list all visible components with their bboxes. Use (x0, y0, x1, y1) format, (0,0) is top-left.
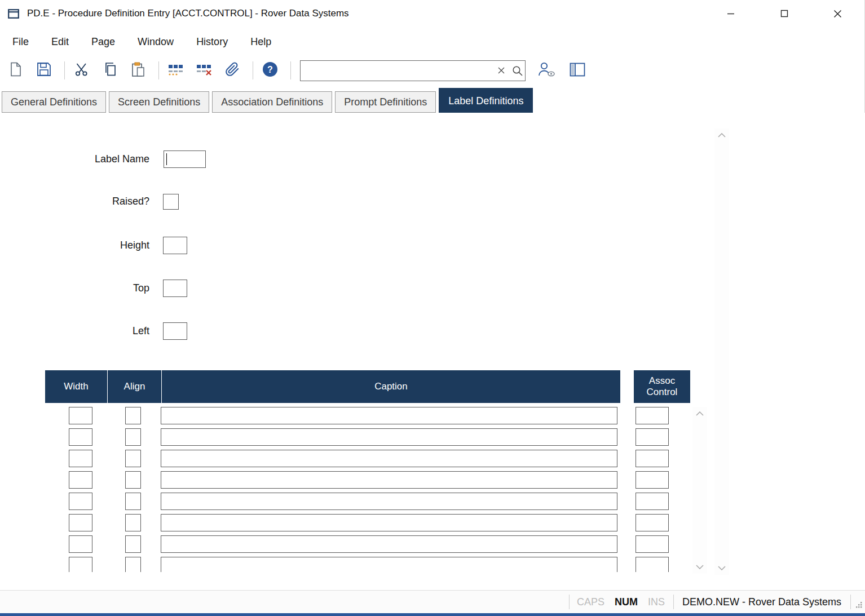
status-separator (569, 595, 570, 609)
assoc-control-cell-input[interactable] (635, 450, 669, 467)
width-cell-input[interactable] (69, 493, 92, 510)
copy-icon (103, 62, 117, 79)
toolbar-separator (290, 61, 291, 79)
width-cell-input[interactable] (69, 535, 92, 553)
assoc-control-cell-input[interactable] (635, 535, 669, 553)
assoc-control-cell-input[interactable] (635, 514, 669, 531)
assoc-control-cell-input[interactable] (635, 471, 669, 489)
resize-grip-icon[interactable] (854, 600, 863, 611)
cut-icon (74, 62, 89, 79)
menu-window[interactable]: Window (138, 36, 174, 48)
align-cell-input[interactable] (125, 407, 141, 424)
cut-button[interactable] (73, 61, 91, 80)
width-cell-input[interactable] (69, 428, 92, 446)
caption-cell-input[interactable] (161, 471, 617, 489)
align-cell-input[interactable] (125, 471, 141, 489)
menu-edit[interactable]: Edit (51, 36, 69, 48)
width-cell-input[interactable] (69, 471, 92, 489)
menu-file[interactable]: File (12, 36, 29, 48)
table-row (0, 450, 710, 471)
menu-help[interactable]: Help (250, 36, 271, 48)
paste-icon (131, 62, 145, 79)
user-lookup-button[interactable] (537, 61, 555, 80)
copy-button[interactable] (101, 61, 119, 80)
toolbar-separator (64, 61, 65, 79)
column-header-align: Align (108, 370, 161, 403)
tab-general-definitions[interactable]: General Definitions (2, 91, 106, 113)
app-window: PD.E - Procedure Definition Entry [ACCT.… (0, 0, 865, 616)
label-definitions-panel: Label Name Raised? Height Top Left Width… (0, 113, 865, 590)
user-lookup-icon (537, 61, 555, 79)
label-name-input[interactable] (164, 150, 206, 168)
status-bar: CAPS NUM INS DEMO.NEW - Rover Data Syste… (0, 590, 865, 613)
caption-cell-input[interactable] (161, 535, 617, 553)
text-caret (166, 153, 167, 165)
paste-button[interactable] (129, 61, 147, 80)
table-scrollbar[interactable] (692, 407, 707, 574)
table-row (0, 407, 710, 428)
align-cell-input[interactable] (125, 428, 141, 446)
caption-cell-input[interactable] (161, 514, 617, 531)
layout-icon (570, 63, 585, 79)
search-icon[interactable] (509, 61, 525, 81)
caps-indicator: CAPS (577, 596, 604, 608)
width-cell-input[interactable] (69, 450, 92, 467)
tab-prompt-definitions[interactable]: Prompt Definitions (335, 91, 436, 113)
menu-history[interactable]: History (196, 36, 228, 48)
attachment-icon (225, 62, 240, 79)
top-input[interactable] (163, 280, 187, 297)
search-input[interactable] (301, 61, 493, 81)
caption-cell-input[interactable] (161, 450, 617, 467)
align-cell-input[interactable] (125, 535, 141, 553)
num-indicator: NUM (615, 596, 638, 608)
column-header-width: Width (45, 370, 107, 403)
align-cell-input[interactable] (125, 493, 141, 510)
minimize-button[interactable] (704, 0, 757, 27)
attachment-button[interactable] (223, 61, 241, 80)
close-button[interactable] (811, 0, 864, 27)
tab-association-definitions[interactable]: Association Definitions (212, 91, 332, 113)
caption-cell-input[interactable] (161, 428, 617, 446)
assoc-control-cell-input[interactable] (635, 407, 669, 424)
title-bar: PD.E - Procedure Definition Entry [ACCT.… (0, 0, 864, 27)
table-row (0, 557, 710, 572)
assoc-control-cell-input[interactable] (635, 557, 669, 572)
tab-label-definitions[interactable]: Label Definitions (439, 88, 533, 114)
window-accent-strip (0, 613, 865, 616)
caption-cell-input[interactable] (161, 557, 617, 572)
raised-checkbox[interactable] (163, 194, 179, 210)
align-cell-input[interactable] (125, 450, 141, 467)
scroll-up-icon[interactable] (714, 128, 729, 142)
align-cell-input[interactable] (125, 557, 141, 572)
insert-row-button[interactable] (167, 61, 185, 80)
left-input[interactable] (163, 322, 187, 340)
raised-label: Raised? (0, 193, 149, 210)
width-cell-input[interactable] (69, 514, 92, 531)
tab-screen-definitions[interactable]: Screen Definitions (109, 91, 209, 113)
maximize-button[interactable] (757, 0, 811, 27)
caption-cell-input[interactable] (161, 407, 617, 424)
assoc-control-cell-input[interactable] (635, 493, 669, 510)
width-cell-input[interactable] (69, 557, 92, 572)
scroll-down-icon[interactable] (714, 561, 729, 575)
assoc-control-cell-input[interactable] (635, 428, 669, 446)
height-input[interactable] (163, 237, 187, 254)
new-document-button[interactable] (7, 61, 25, 80)
window-title: PD.E - Procedure Definition Entry [ACCT.… (27, 8, 349, 19)
layout-button[interactable] (568, 61, 586, 80)
caption-cell-input[interactable] (161, 493, 617, 510)
width-cell-input[interactable] (69, 407, 92, 424)
menu-page[interactable]: Page (91, 36, 115, 48)
help-button[interactable]: ? (261, 61, 279, 80)
search-clear-icon[interactable] (493, 61, 509, 81)
label-name-label: Label Name (0, 150, 149, 168)
scroll-up-icon[interactable] (692, 407, 707, 420)
table-row (0, 471, 710, 493)
height-label: Height (0, 237, 149, 254)
align-cell-input[interactable] (125, 514, 141, 531)
search-box (300, 60, 526, 81)
scroll-down-icon[interactable] (692, 560, 707, 574)
delete-row-button[interactable] (195, 61, 213, 80)
save-button[interactable] (35, 61, 53, 80)
page-scrollbar[interactable] (714, 128, 729, 575)
